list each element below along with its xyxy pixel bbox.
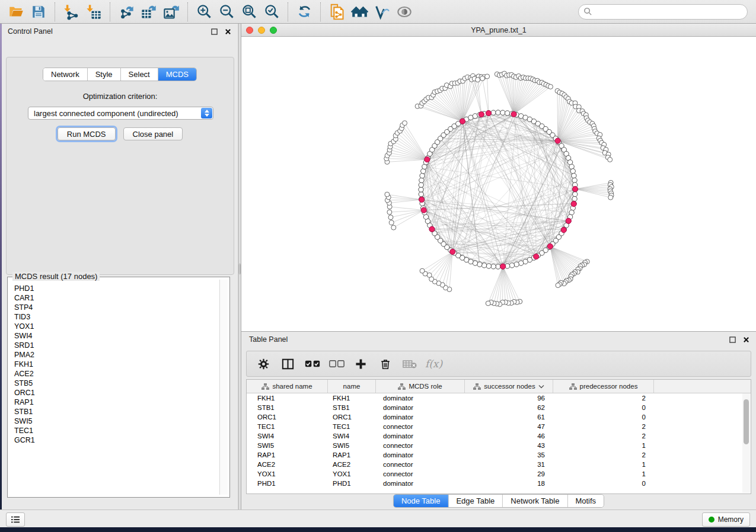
mcds-result-item[interactable]: FKH1 [14, 360, 219, 369]
network-node[interactable] [421, 169, 426, 174]
import-network-button[interactable] [60, 2, 82, 21]
network-node[interactable] [518, 261, 523, 265]
save-session-button[interactable] [27, 2, 50, 21]
network-node[interactable] [477, 262, 482, 267]
delete-button[interactable] [374, 354, 396, 374]
leaf-node[interactable] [389, 220, 394, 225]
leaf-node[interactable] [387, 210, 392, 214]
mcds-list-scrollbar[interactable] [219, 280, 228, 495]
network-node[interactable] [491, 110, 496, 115]
tab-select[interactable]: Select [121, 68, 158, 81]
mcds-result-item[interactable]: SRD1 [14, 341, 219, 350]
mcds-result-item[interactable]: STB1 [14, 407, 219, 416]
leaf-node[interactable] [476, 78, 480, 82]
tab-node-table[interactable]: Node Table [394, 495, 449, 507]
mcds-result-item[interactable]: SWI5 [14, 416, 219, 426]
mcds-hub-node[interactable] [572, 186, 578, 191]
tab-network[interactable]: Network [43, 68, 88, 81]
network-node[interactable] [491, 264, 496, 269]
float-panel-icon[interactable] [210, 28, 218, 36]
zoom-out-button[interactable] [215, 2, 238, 21]
table-row[interactable]: STB1STB1dominator620 [247, 403, 751, 412]
mcds-result-item[interactable]: GCR1 [14, 435, 219, 445]
leaf-node[interactable] [403, 121, 407, 126]
leaf-node[interactable] [608, 157, 613, 162]
tab-style[interactable]: Style [88, 68, 121, 81]
optimization-criterion-dropdown[interactable]: largest connected component (undirected) [28, 107, 213, 120]
mcds-hub-node[interactable] [450, 249, 455, 254]
eye-button[interactable] [393, 2, 416, 21]
tab-mcds[interactable]: MCDS [158, 68, 196, 81]
open-file-button[interactable] [5, 2, 27, 21]
import-table-button[interactable] [82, 2, 105, 21]
mcds-result-list[interactable]: PHD1CAR1STP4TID3YOX1SWI4SRD1PMA2FKH1ACE2… [10, 280, 219, 495]
export-network-button[interactable] [115, 2, 138, 21]
network-node[interactable] [572, 196, 577, 201]
mcds-result-item[interactable]: ORC1 [14, 388, 219, 398]
leaf-node[interactable] [486, 301, 490, 306]
table-row[interactable]: ACE2ACE2connector311 [247, 460, 751, 469]
column-header-successor-nodes[interactable]: successor nodes [465, 380, 553, 393]
table-row[interactable]: FKH1FKH1dominator962 [247, 393, 751, 403]
mcds-result-item[interactable]: ACE2 [14, 369, 219, 379]
memory-button[interactable]: Memory [702, 512, 750, 527]
tab-motifs[interactable]: Motifs [567, 495, 604, 507]
column-header-shared-name[interactable]: shared name [247, 380, 328, 393]
mcds-hub-node[interactable] [547, 243, 553, 249]
mcds-result-item[interactable]: TEC1 [14, 426, 219, 435]
network-node[interactable] [481, 263, 486, 268]
refresh-button[interactable] [293, 2, 315, 21]
delete-table-button[interactable] [398, 354, 420, 374]
network-node[interactable] [496, 110, 500, 115]
mcds-result-item[interactable]: PMA2 [14, 350, 219, 360]
zoom-in-button[interactable] [193, 2, 215, 21]
tab-edge-table[interactable]: Edge Table [448, 495, 503, 507]
mcds-result-item[interactable]: STP4 [14, 303, 219, 312]
mcds-hub-node[interactable] [429, 226, 435, 232]
leaf-node[interactable] [385, 192, 390, 197]
network-node[interactable] [573, 192, 578, 197]
run-mcds-button[interactable]: Run MCDS [58, 127, 116, 140]
leaf-node[interactable] [485, 74, 490, 79]
table-row[interactable]: YOX1YOX1connector291 [247, 469, 751, 479]
mcds-hub-node[interactable] [486, 110, 491, 116]
network-node[interactable] [569, 164, 574, 169]
network-node[interactable] [570, 169, 575, 174]
export-image-button[interactable] [160, 2, 183, 21]
table-row[interactable]: SWI4SWI4dominator462 [247, 431, 751, 441]
float-table-panel-icon[interactable] [729, 336, 736, 344]
function-button[interactable]: f(x) [423, 354, 445, 374]
table-scrollbar-thumb[interactable] [744, 399, 749, 444]
network-node[interactable] [473, 114, 477, 118]
network-node[interactable] [500, 110, 505, 115]
mcds-result-item[interactable]: SWI4 [14, 331, 219, 341]
mcds-result-item[interactable]: PHD1 [14, 284, 219, 293]
leaf-node[interactable] [556, 283, 560, 288]
leaf-node[interactable] [420, 268, 425, 273]
close-table-panel-icon[interactable] [742, 336, 750, 344]
pen-mark-button[interactable] [371, 2, 393, 21]
network-node[interactable] [572, 173, 576, 178]
network-node[interactable] [496, 264, 500, 269]
network-node[interactable] [419, 187, 423, 192]
network-node[interactable] [419, 192, 423, 197]
table-scrollbar[interactable] [742, 393, 750, 493]
mcds-hub-node[interactable] [534, 254, 539, 259]
leaf-node[interactable] [480, 76, 485, 81]
zoom-selected-button[interactable] [260, 2, 283, 21]
leaf-node[interactable] [388, 215, 393, 220]
table-row[interactable]: TEC1TEC1connector472 [247, 422, 751, 431]
mcds-hub-node[interactable] [421, 207, 426, 213]
table-row[interactable]: SWI5SWI5connector431 [247, 441, 751, 450]
table-row[interactable]: PHD1PHD1dominator180 [247, 479, 751, 488]
page-network-button[interactable] [326, 2, 348, 21]
mcds-result-item[interactable]: STB5 [14, 379, 219, 388]
split-panel-button[interactable] [277, 354, 299, 374]
leaf-node[interactable] [548, 84, 553, 89]
leaf-node[interactable] [391, 225, 396, 230]
search-box[interactable] [578, 4, 748, 20]
leaf-node[interactable] [608, 195, 613, 200]
network-node[interactable] [486, 264, 491, 268]
mcds-hub-node[interactable] [561, 227, 566, 233]
close-panel-icon[interactable] [224, 28, 232, 36]
